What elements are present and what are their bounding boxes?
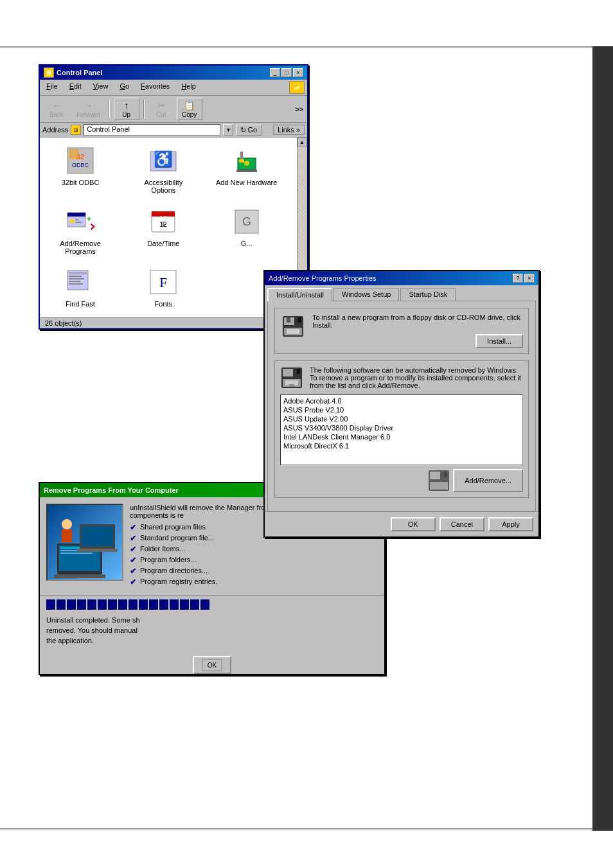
install-section: To install a new program from a floppy d…	[274, 308, 529, 354]
close-button[interactable]: ×	[293, 68, 303, 77]
tab-windows-setup[interactable]: Windows Setup	[333, 288, 399, 301]
go-icon: ↻	[240, 126, 246, 134]
svg-rect-41	[283, 369, 293, 376]
pb-7	[108, 599, 117, 610]
toolbar-more[interactable]: >>	[295, 105, 303, 113]
tab-install-uninstall[interactable]: Install/Uninstall	[267, 288, 332, 301]
links-button[interactable]: Links »	[273, 125, 305, 135]
pb-11	[149, 599, 158, 610]
menu-edit[interactable]: Edit	[66, 81, 85, 94]
check-icon-2: ✔	[130, 545, 136, 554]
cp-label-datetime: Date/Time	[147, 240, 179, 247]
ok-button[interactable]: OK	[391, 517, 436, 531]
remove-description: The following software can be automatica…	[310, 366, 523, 389]
install-text: To install a new program from a floppy d…	[312, 314, 523, 348]
cancel-button[interactable]: Cancel	[440, 517, 484, 531]
cp-icon-32bit: 32 ODBC	[65, 145, 96, 176]
menu-bar: File Edit View Go Favorites Help 📁	[40, 80, 307, 96]
svg-rect-44	[297, 369, 300, 374]
cp-item-g[interactable]: G G...	[211, 204, 282, 260]
address-dropdown[interactable]: ▼	[223, 124, 233, 136]
address-icon: ⊞	[71, 125, 81, 135]
cut-button[interactable]: ✂ Cut	[148, 98, 174, 120]
go-button[interactable]: ↻ Go	[236, 125, 262, 136]
svg-point-9	[244, 161, 249, 166]
cp-item-datetime[interactable]: 1:2 12 Date/Time	[128, 204, 199, 260]
cp-label-addremove: Add/RemovePrograms	[60, 240, 101, 255]
cp-item-findfast[interactable]: Find Fast	[45, 264, 116, 312]
forward-icon: →	[82, 100, 94, 111]
dialog-help-button[interactable]: ?	[513, 274, 523, 283]
program-item-0[interactable]: Adobe Acrobat 4.0	[282, 396, 521, 405]
install-button[interactable]: Install...	[475, 334, 523, 348]
dialog-close-button[interactable]: ×	[524, 274, 535, 283]
cp-label-32bit: 32bit ODBC	[62, 179, 100, 186]
pb-14	[180, 599, 189, 610]
ok-button[interactable]: OK	[193, 656, 231, 674]
control-panel-titlebar: ⊞ Control Panel _ □ ×	[40, 66, 307, 80]
svg-rect-31	[69, 283, 83, 285]
cp-item-32bit-odbc[interactable]: 32 ODBC 32bit ODBC	[45, 143, 116, 199]
up-button[interactable]: ↑ Up	[114, 98, 139, 120]
program-item-5[interactable]: Microsoft DirectX 6.1	[282, 441, 521, 450]
pb-12	[159, 599, 168, 610]
status-text: 26 object(s)	[45, 319, 82, 327]
svg-rect-55	[60, 553, 93, 554]
svg-rect-10	[236, 170, 257, 172]
pb-9	[129, 599, 138, 610]
apply-button[interactable]: Apply	[488, 517, 533, 531]
program-item-2[interactable]: ASUS Update V2.00	[282, 414, 521, 423]
cp-grid: 32 ODBC 32bit ODBC ♿ Accessibility Optio…	[40, 137, 297, 317]
titlebar-title-group: ⊞ Control Panel	[44, 67, 103, 78]
back-label: Back	[49, 111, 64, 118]
program-list[interactable]: Adobe Acrobat 4.0 ASUS Probe V2.10 ASUS …	[280, 394, 523, 465]
pb-2	[57, 599, 66, 610]
check-label-4: Program directories...	[140, 567, 208, 574]
menu-favorites[interactable]: Favorites	[137, 81, 173, 94]
links-label: Links	[278, 126, 294, 134]
scroll-up[interactable]: ▲	[298, 137, 306, 146]
complete-text-1: Uninstall completed. Some sh	[46, 616, 378, 624]
menu-help[interactable]: Help	[177, 81, 200, 94]
cut-label: Cut	[156, 111, 166, 118]
svg-rect-59	[77, 549, 118, 552]
forward-button[interactable]: → Forward	[72, 98, 105, 120]
svg-point-60	[62, 519, 72, 529]
copy-button[interactable]: 📋 Copy	[177, 98, 202, 120]
svg-rect-30	[69, 281, 80, 282]
check-icon-4: ✔	[130, 567, 136, 576]
svg-rect-27	[69, 272, 87, 274]
cp-icon-hardware	[231, 145, 262, 176]
svg-text:+: +	[87, 215, 91, 224]
program-item-4[interactable]: Intel LANDesk Client Manager 6.0	[282, 432, 521, 441]
cp-icon-addremove: ✕ +	[65, 206, 96, 237]
check-label-3: Program folders...	[140, 556, 196, 563]
dialog-tabs: Install/Uninstall Windows Setup Startup …	[265, 285, 538, 301]
maximize-button[interactable]: □	[281, 68, 292, 77]
menu-go[interactable]: Go	[116, 81, 133, 94]
check-icon-3: ✔	[130, 556, 136, 565]
cp-label-accessibility: Accessibility Options	[131, 179, 195, 194]
cp-icon-datetime: 1:2 12	[148, 206, 179, 237]
cp-item-addremove[interactable]: ✕ + Add/RemovePrograms	[45, 204, 116, 260]
menu-view[interactable]: View	[89, 81, 112, 94]
top-rule	[0, 46, 613, 48]
address-input[interactable]: Control Panel	[84, 124, 220, 136]
copy-label: Copy	[182, 111, 197, 118]
menu-file[interactable]: File	[42, 81, 62, 94]
tab-startup-disk[interactable]: Startup Disk	[400, 288, 456, 301]
program-item-1[interactable]: ASUS Probe V2.10	[282, 405, 521, 414]
cp-item-hardware[interactable]: Add New Hardware	[211, 143, 282, 199]
cp-item-accessibility[interactable]: ♿ Accessibility Options	[128, 143, 199, 199]
address-label: Address	[42, 126, 68, 134]
svg-rect-8	[240, 152, 243, 159]
cp-item-fonts[interactable]: F Fonts	[128, 264, 199, 312]
pb-16	[200, 599, 209, 610]
toolbar: ← Back → Forward ↑ Up ✂ Cut 📋 Copy >>	[40, 96, 307, 123]
svg-rect-45	[289, 384, 294, 387]
program-item-3[interactable]: ASUS V3400/V3800 Display Driver	[282, 423, 521, 432]
minimize-button[interactable]: _	[270, 68, 280, 77]
check-label-1: Standard program file...	[140, 534, 214, 542]
addremove-button[interactable]: Add/Remove...	[453, 469, 523, 492]
back-button[interactable]: ← Back	[44, 98, 69, 120]
